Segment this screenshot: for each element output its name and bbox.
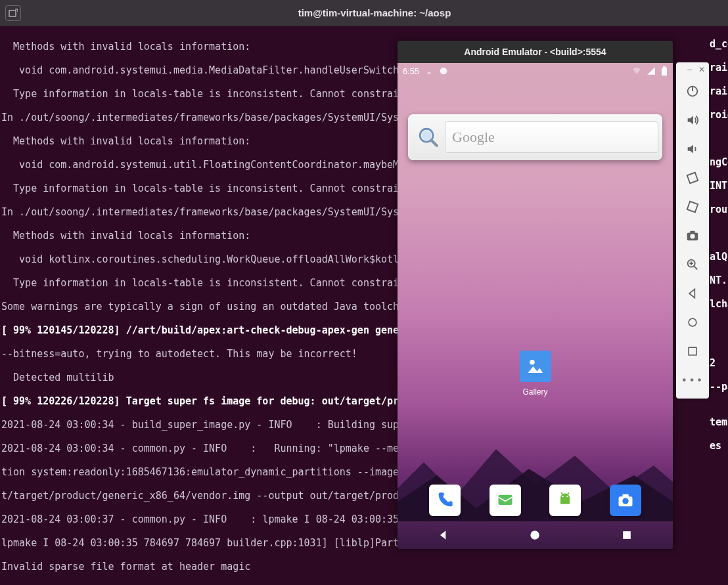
l: tion system:readonly:1685467136:emulator… [1,466,405,478]
l: 2021-08-24 03:00:34 - build_super_image.… [1,419,405,431]
l: In ./out/soong/.intermediates/frameworks… [1,112,405,123]
l: Target super fs image for debug: out/tar… [126,395,405,407]
svg-point-23 [690,234,694,238]
volume-up-button[interactable] [678,106,707,135]
gallery-app[interactable]: Gallery [520,351,551,397]
toolbar-window-controls: – ✕ [676,62,709,77]
rotate-right-icon [685,200,700,214]
messages-app[interactable] [489,485,521,516]
volume-up-icon [685,113,700,127]
new-tab-button[interactable] [5,5,21,21]
more-button[interactable]: ••• [678,366,707,395]
emulator-window: Android Emulator - <build>:5554 6:55 [398,41,673,549]
nav-back[interactable] [437,529,450,542]
android-icon [556,491,574,509]
overview-button[interactable] [678,337,707,366]
svg-rect-20 [687,173,698,183]
gallery-icon [520,351,551,382]
svg-rect-24 [690,231,694,234]
svg-line-6 [431,140,437,146]
power-icon [685,84,700,98]
dock [398,485,673,516]
svg-line-11 [562,492,563,495]
l: [ 99% 120226/120228] [1,395,126,407]
svg-rect-30 [689,347,696,355]
rotate-left-button[interactable] [678,163,707,192]
nav-recent[interactable] [620,529,633,542]
close-button[interactable]: ✕ [698,65,705,74]
search-input[interactable]: Google [445,121,658,153]
svg-rect-15 [622,494,628,498]
svg-point-5 [422,131,431,140]
l: 2021-08-24 03:00:34 - common.py - INFO :… [1,443,405,454]
statusbar: 6:55 [398,63,673,79]
overview-icon [686,345,699,358]
back-button[interactable] [678,279,707,308]
debug-icon [439,66,448,76]
emulator-toolbar: – ✕ [676,62,709,399]
zoom-button[interactable] [678,250,707,279]
phone-app[interactable] [429,485,461,516]
l: In ./out/soong/.intermediates/frameworks… [1,206,405,218]
svg-rect-8 [498,495,512,505]
l: t/target/product/generic_x86_64/vendor.i… [1,490,405,502]
camera-app[interactable] [610,485,641,516]
camera-icon [616,491,635,509]
emulator-screen[interactable]: 6:55 [398,63,673,549]
zoom-icon [685,257,700,272]
l: void com.android.systemui.util.FloatingC… [1,159,417,171]
svg-point-14 [622,498,628,504]
svg-point-16 [531,531,539,539]
battery-icon [661,66,668,76]
svg-rect-17 [623,531,631,539]
signal-icon [647,66,656,76]
l: Type information in locals-table is inco… [1,183,405,194]
svg-rect-21 [687,202,698,212]
svg-line-12 [568,492,569,495]
rightpeek: d_common__S raint INT raint INT roid/sy … [710,26,728,464]
window-title: tim@tim-virtual-machine: ~/aosp [21,7,728,18]
back-icon [437,529,450,542]
camera-icon [685,228,700,243]
svg-point-10 [567,496,568,497]
terminal-titlebar: tim@tim-virtual-machine: ~/aosp [0,0,728,26]
svg-rect-3 [663,66,666,68]
home-button[interactable] [678,308,707,337]
messages-icon [496,491,514,509]
volume-down-icon [685,142,700,156]
l: Some warnings are typically a sign of us… [1,301,405,313]
l: Methods with invalid locals information: [1,230,250,242]
home-icon [528,529,541,542]
svg-rect-2 [662,68,667,76]
volume-down-button[interactable] [678,135,707,163]
l: Detected multilib [1,372,114,383]
google-search-widget[interactable]: Google [408,114,662,160]
rotate-left-icon [685,171,700,185]
svg-point-29 [689,318,696,326]
wifi-weak-icon [424,66,434,76]
l: Methods with invalid locals information: [1,135,250,147]
svg-rect-0 [9,11,16,16]
minimize-button[interactable]: – [687,65,692,74]
search-placeholder: Google [452,129,495,146]
svg-point-1 [440,68,447,75]
l: Methods with invalid locals information: [1,41,250,53]
back-icon [686,287,699,300]
svg-line-26 [694,267,698,270]
screenshot-button[interactable] [678,221,707,250]
l: --bitness=auto, trying to autodetect. Th… [1,348,357,360]
nav-home[interactable] [528,529,541,542]
more-icon: ••• [681,374,704,387]
l: Type information in locals-table is inco… [1,277,405,289]
l: void kotlinx.coroutines.scheduling.WorkQ… [1,253,411,265]
power-button[interactable] [678,77,707,106]
rotate-right-button[interactable] [678,192,707,221]
l: //art/build/apex:art-check-debug-apex-ge… [126,324,405,336]
l: Type information in locals-table is inco… [1,88,405,100]
emulator-title: Android Emulator - <build>:5554 [398,41,673,63]
home-icon [686,316,699,329]
search-icon [412,121,445,154]
l: 2021-08-24 03:00:37 - common.py - INFO :… [1,513,405,525]
android-app[interactable] [549,485,581,516]
navbar [398,521,673,549]
